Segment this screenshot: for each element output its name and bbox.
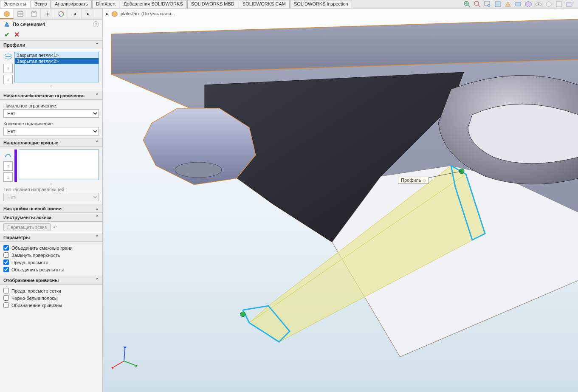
guide-tangency-select: Нет bbox=[3, 193, 99, 201]
loft-icon bbox=[3, 21, 10, 28]
svg-rect-6 bbox=[485, 1, 490, 6]
list-resize-handle[interactable]: ○ bbox=[3, 182, 99, 186]
merge-results-checkbox[interactable]: Объединить результаты bbox=[3, 266, 99, 273]
chevron-up-icon: ⌃ bbox=[95, 234, 99, 240]
profile-tooltip: Профиль ◇ bbox=[398, 177, 429, 184]
panel-tab-prev[interactable]: ◂ bbox=[68, 9, 82, 19]
section-guides-title: Направляющие кривые bbox=[3, 140, 58, 145]
svg-rect-8 bbox=[495, 2, 500, 7]
svg-line-40 bbox=[124, 349, 125, 361]
view-orientation-icon[interactable] bbox=[494, 0, 502, 8]
mesh-preview-checkbox[interactable]: Предв. просмотр сетки bbox=[3, 287, 99, 294]
section-options-title: Параметры bbox=[3, 235, 30, 240]
svg-line-38 bbox=[114, 361, 124, 367]
section-curvature-title: Отображение кривизны bbox=[3, 278, 59, 283]
panel-tab-display[interactable] bbox=[41, 9, 54, 19]
tab-cam[interactable]: SOLIDWORKS CAM bbox=[239, 0, 290, 8]
hide-show-icon[interactable] bbox=[524, 0, 532, 8]
section-profiles-title: Профили bbox=[3, 42, 25, 48]
svg-line-39 bbox=[124, 361, 135, 365]
tab-mbd[interactable]: SOLIDWORKS MBD bbox=[187, 0, 238, 8]
panel-tab-appearance[interactable] bbox=[54, 9, 68, 19]
guide-move-up-button[interactable]: ↑ bbox=[3, 161, 13, 171]
section-profiles-header[interactable]: Профили ⌃ bbox=[0, 40, 102, 49]
section-constraints-header[interactable]: Начальные/конечные ограничения ⌃ bbox=[0, 91, 102, 100]
tab-inspection[interactable]: SOLIDWORKS Inspection bbox=[290, 0, 352, 8]
chevron-up-icon: ⌃ bbox=[95, 214, 99, 220]
3d-viewport[interactable]: ▸ plate-fan (По умолчани... bbox=[103, 8, 578, 392]
curvature-indicator-checkbox[interactable]: Обозначение кривизны bbox=[3, 302, 99, 309]
start-constraint-label: Начальное ограничение: bbox=[3, 102, 99, 109]
svg-rect-21 bbox=[32, 11, 36, 17]
panel-tab-row: ◂ ▸ bbox=[0, 8, 102, 20]
chevron-up-icon: ⌃ bbox=[95, 140, 99, 145]
guide-tangency-label: Тип касания направляющей : bbox=[3, 186, 99, 193]
section-view-icon[interactable] bbox=[504, 0, 512, 8]
svg-marker-11 bbox=[525, 1, 531, 7]
close-surface-checkbox[interactable]: Замкнуть поверхность bbox=[3, 251, 99, 259]
panel-tab-next[interactable]: ▸ bbox=[82, 9, 95, 19]
profile-move-down-button[interactable]: ↓ bbox=[3, 75, 13, 84]
zoom-fit-icon[interactable] bbox=[474, 0, 481, 8]
drag-sketch-button: Перетащить эскиз bbox=[3, 223, 51, 231]
guide-move-down-button[interactable]: ↓ bbox=[3, 172, 13, 182]
end-constraint-label: Конечное ограничение: bbox=[3, 120, 99, 127]
svg-point-35 bbox=[240, 312, 245, 317]
ok-button[interactable]: ✔ bbox=[4, 31, 10, 39]
svg-point-28 bbox=[5, 56, 11, 59]
chevron-up-icon: ⌃ bbox=[95, 277, 99, 283]
undo-icon[interactable]: ↶ bbox=[53, 225, 57, 230]
tab-addins[interactable]: Добавления SOLIDWORKS bbox=[120, 0, 187, 8]
display-style-icon[interactable] bbox=[514, 0, 522, 8]
feature-header: По сечениям4 ? bbox=[0, 20, 102, 29]
tab-dimxpert[interactable]: DimXpert bbox=[92, 0, 119, 8]
section-centerline-header[interactable]: Настройки осевой линии ⌄ bbox=[0, 204, 102, 213]
svg-point-14 bbox=[546, 2, 551, 7]
panel-tab-feature[interactable] bbox=[0, 9, 14, 19]
tab-elements[interactable]: Элементы bbox=[0, 0, 30, 8]
property-manager-panel: ◂ ▸ По сечениям4 ? ✔ ✕ Профили ⌃ ↑ ↓ bbox=[0, 8, 103, 392]
list-resize-handle[interactable]: ○ bbox=[3, 84, 99, 88]
svg-line-5 bbox=[478, 5, 480, 7]
svg-line-1 bbox=[468, 5, 470, 7]
help-icon[interactable]: ? bbox=[93, 21, 99, 27]
preview-checkbox[interactable]: Предв. просмотр bbox=[3, 259, 99, 266]
end-constraint-select[interactable]: Нет bbox=[3, 127, 99, 135]
svg-marker-41 bbox=[111, 367, 114, 369]
section-sketchtools-header[interactable]: Инструменты эскиза ⌃ bbox=[0, 213, 102, 222]
appearance-icon[interactable] bbox=[545, 0, 553, 8]
panel-tab-config[interactable] bbox=[14, 9, 27, 19]
3d-model bbox=[103, 8, 578, 391]
section-curvature-header[interactable]: Отображение кривизны ⌃ bbox=[0, 276, 102, 285]
profiles-listbox[interactable]: Закрытая петля<1> Закрытая петля<2> bbox=[14, 52, 99, 82]
tab-sketch[interactable]: Эскиз bbox=[31, 0, 51, 8]
merge-faces-checkbox[interactable]: Объединить смежные грани bbox=[3, 244, 99, 251]
section-sketchtools-title: Инструменты эскиза bbox=[3, 215, 51, 220]
section-centerline-title: Настройки осевой линии bbox=[3, 206, 62, 211]
svg-marker-9 bbox=[505, 2, 510, 6]
svg-point-4 bbox=[474, 1, 479, 6]
zoom-in-icon[interactable] bbox=[463, 0, 471, 8]
profile-item-2[interactable]: Закрытая петля<2> bbox=[15, 58, 99, 64]
svg-rect-15 bbox=[556, 2, 561, 7]
command-tab-bar: Элементы Эскиз Анализировать DimXpert До… bbox=[0, 0, 578, 8]
eye-icon[interactable] bbox=[535, 0, 542, 8]
start-constraint-select[interactable]: Нет bbox=[3, 109, 99, 118]
tab-analyze[interactable]: Анализировать bbox=[51, 0, 92, 8]
profile-move-up-button[interactable]: ↑ bbox=[3, 64, 13, 73]
cancel-button[interactable]: ✕ bbox=[14, 31, 20, 39]
section-options-header[interactable]: Параметры ⌃ bbox=[0, 233, 102, 242]
viewport-settings-icon[interactable] bbox=[565, 0, 573, 8]
zebra-checkbox[interactable]: Черно-белые полосы bbox=[3, 294, 99, 302]
svg-point-13 bbox=[538, 3, 539, 5]
chevron-down-icon: ⌄ bbox=[95, 206, 99, 211]
svg-marker-42 bbox=[135, 365, 138, 368]
feature-title: По сечениям4 bbox=[13, 22, 45, 27]
chevron-up-icon: ⌃ bbox=[95, 93, 99, 98]
zoom-window-icon[interactable] bbox=[484, 0, 491, 8]
scene-icon[interactable] bbox=[555, 0, 563, 8]
profile-item-1[interactable]: Закрытая петля<1> bbox=[15, 52, 99, 58]
panel-tab-property[interactable] bbox=[27, 9, 41, 19]
section-guides-header[interactable]: Направляющие кривые ⌃ bbox=[0, 138, 102, 147]
guides-listbox[interactable] bbox=[19, 149, 99, 180]
